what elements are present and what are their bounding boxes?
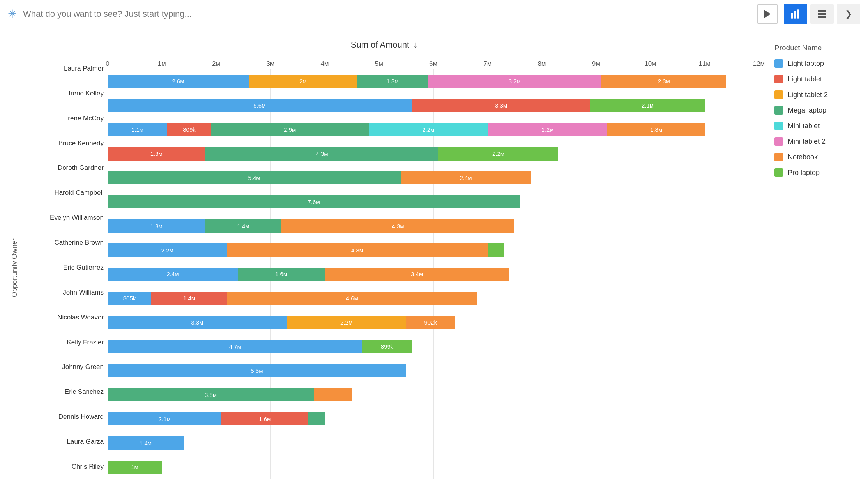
bar-row: 2.6м2м1.3м3.2м2.3м xyxy=(108,74,759,89)
terminal-button[interactable]: ❯ xyxy=(837,4,860,24)
row-name: Nicolas Weaver xyxy=(22,310,104,325)
bar-segment: 2.9м xyxy=(211,123,369,136)
x-tick: 12м xyxy=(753,60,765,68)
legend-color-swatch xyxy=(774,122,783,130)
row-name: Eric Gutierrez xyxy=(22,260,104,275)
chart-area: Sum of Amount ↓ Opportunity Owner Laura … xyxy=(8,40,759,479)
legend-item: Light tablet 2 xyxy=(774,90,860,99)
row-names: Laura PalmerIrene KelleyIrene McCoyBruce… xyxy=(22,56,108,479)
y-axis-label: Opportunity Owner xyxy=(11,238,19,297)
svg-rect-5 xyxy=(818,13,826,15)
view-toggle-group: ❯ xyxy=(784,4,860,24)
bar-segment: 2.2м xyxy=(369,123,488,136)
bar-segment: 899k xyxy=(362,340,411,353)
bar-segment: 1.8м xyxy=(607,123,705,136)
legend-color-swatch xyxy=(774,59,783,68)
legend-label: Notebook xyxy=(788,153,818,161)
row-name: Laura Garza xyxy=(22,434,104,450)
x-tick: 5м xyxy=(375,60,383,68)
row-name: Eric Sanchez xyxy=(22,384,104,400)
bar-segment: 2м xyxy=(249,75,357,88)
row-name: Dennis Howard xyxy=(22,409,104,425)
legend-title: Product Name xyxy=(774,44,860,52)
bar-segments: 7.6м xyxy=(108,195,759,208)
x-tick: 11м xyxy=(698,60,711,68)
bar-segment: 1.3м xyxy=(357,75,428,88)
bar-segment: 3.8м xyxy=(108,388,314,401)
bar-row: 1.8м1.4м4.3м xyxy=(108,218,759,234)
legend-items: Light laptopLight tabletLight tablet 2Me… xyxy=(774,59,860,177)
bar-segment: 805k xyxy=(108,292,151,305)
svg-rect-2 xyxy=(794,11,796,19)
bar-segments: 2.1м1.6м xyxy=(108,412,759,425)
bar-segment: 1.6м xyxy=(238,268,325,281)
legend-item: Mega laptop xyxy=(774,106,860,115)
row-name: Laura Palmer xyxy=(22,61,104,76)
svg-rect-1 xyxy=(791,13,793,18)
legend-color-swatch xyxy=(774,75,783,83)
bar-segments: 5.5м xyxy=(108,364,759,377)
bar-segment: 1.4м xyxy=(108,436,184,450)
bar-row: 5.6м3.3м2.1м xyxy=(108,98,759,113)
bar-segment: 2.4м xyxy=(108,268,238,281)
legend-label: Mini tablet 2 xyxy=(788,138,826,146)
row-name: John Williams xyxy=(22,285,104,300)
legend-label: Light tablet xyxy=(788,75,822,83)
bar-segment: 809k xyxy=(167,123,211,136)
legend-label: Mega laptop xyxy=(788,106,826,115)
bar-row: 1.4м xyxy=(108,435,759,451)
row-name: Bruce Kennedy xyxy=(22,136,104,151)
bar-row: 3.8м xyxy=(108,387,759,402)
star-icon: ✳ xyxy=(8,7,17,20)
bar-segments: 805k1.4м4.6м xyxy=(108,292,759,305)
x-tick: 3м xyxy=(266,60,274,68)
play-button[interactable] xyxy=(757,4,778,24)
bar-row: 2.1м1.6м xyxy=(108,411,759,427)
bar-segment: 3.3м xyxy=(412,99,591,112)
legend-label: Pro laptop xyxy=(788,169,820,177)
legend-color-swatch xyxy=(774,90,783,99)
bar-segment: 1.8м xyxy=(108,219,205,233)
bar-segments: 1м xyxy=(108,461,759,474)
legend-item: Mini tablet xyxy=(774,122,860,130)
bar-segment: 4.3м xyxy=(281,219,515,233)
table-view-button[interactable] xyxy=(810,4,834,24)
x-axis-ticks: 01м2м3м4м5м6м7м8м9м10м11м12м xyxy=(108,56,759,68)
y-axis-label-container: Opportunity Owner xyxy=(8,56,22,479)
bar-segments: 5.6м3.3м2.1м xyxy=(108,99,759,112)
x-tick: 0 xyxy=(106,60,109,68)
bar-segments: 2.6м2м1.3м3.2м2.3м xyxy=(108,75,759,88)
legend-item: Mini tablet 2 xyxy=(774,137,860,146)
bar-segments: 3.3м2.2м902k xyxy=(108,316,759,329)
svg-rect-4 xyxy=(818,10,826,12)
bar-segment: 5.4м xyxy=(108,171,401,184)
legend-label: Light tablet 2 xyxy=(788,91,828,99)
row-name: Kelly Frazier xyxy=(22,335,104,350)
legend-item: Pro laptop xyxy=(774,168,860,177)
bar-segment xyxy=(314,388,352,401)
bar-row: 5.5м xyxy=(108,363,759,378)
bar-row: 1.8м4.3м2.2м xyxy=(108,146,759,162)
row-name: Chris Riley xyxy=(22,459,104,475)
legend-color-swatch xyxy=(774,153,783,161)
bar-row: 3.3м2.2м902k xyxy=(108,315,759,330)
legend-label: Light laptop xyxy=(788,60,824,68)
search-input[interactable] xyxy=(23,9,751,19)
bar-segment: 1.4м xyxy=(205,219,281,233)
bar-row: 5.4м2.4м xyxy=(108,170,759,185)
bar-row: 1м xyxy=(108,459,759,475)
row-name: Harold Campbell xyxy=(22,185,104,201)
bar-segment: 1.6м xyxy=(221,412,308,425)
x-tick: 6м xyxy=(429,60,437,68)
bar-segment: 2.2м xyxy=(488,123,607,136)
svg-marker-0 xyxy=(764,10,771,18)
bar-row: 2.4м1.6м3.4м xyxy=(108,266,759,282)
chart-view-button[interactable] xyxy=(784,4,807,24)
bar-segments: 5.4м2.4м xyxy=(108,171,759,184)
x-tick: 2м xyxy=(212,60,220,68)
x-tick: 9м xyxy=(592,60,600,68)
chart-grid-area: 01м2м3м4м5м6м7м8м9м10м11м12м 2.6м2м1.3м3… xyxy=(108,56,759,479)
svg-rect-3 xyxy=(797,9,799,18)
bar-segment: 902k xyxy=(406,316,455,329)
bar-segments: 4.7м899k xyxy=(108,340,759,353)
